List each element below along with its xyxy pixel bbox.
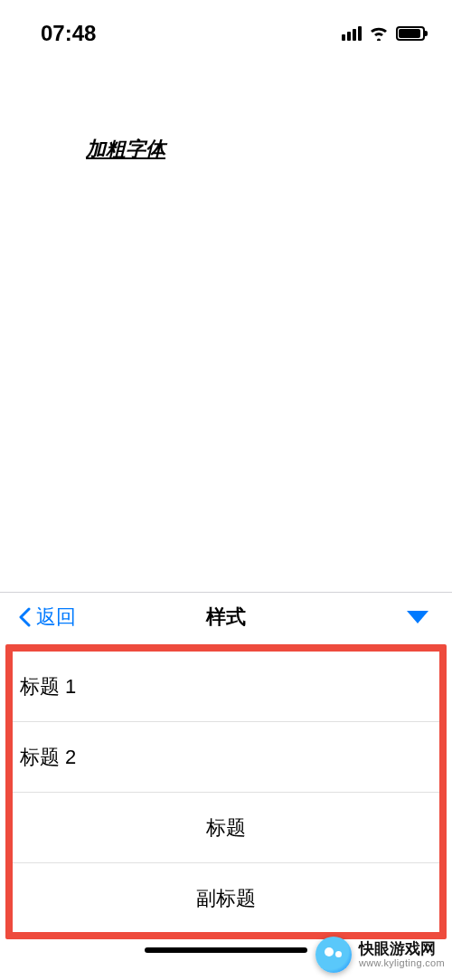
watermark-url: www.kyligting.com [359,957,445,968]
battery-icon [396,26,425,41]
panel-title: 样式 [206,604,246,631]
watermark-text: 快眼游戏网 www.kyligting.com [359,941,445,969]
back-label: 返回 [36,604,76,631]
status-icons [342,26,425,41]
status-time: 07:48 [41,21,96,46]
style-label: 标题 [206,814,246,842]
style-item-subtitle[interactable]: 副标题 [13,863,439,932]
style-label: 副标题 [196,885,256,912]
chevron-left-icon [18,607,31,627]
wifi-icon [369,26,389,41]
style-panel-header: 返回 样式 [0,592,452,641]
style-label: 标题 1 [20,673,76,700]
watermark-title: 快眼游戏网 [359,941,445,958]
signal-icon [342,26,362,41]
style-item-heading1[interactable]: 标题 1 [13,652,439,722]
style-item-heading2[interactable]: 标题 2 [13,722,439,793]
home-indicator[interactable] [145,947,307,953]
formatted-text[interactable]: 加粗字体 [86,138,165,160]
style-label: 标题 2 [20,744,76,771]
highlight-box: 标题 1 标题 2 标题 副标题 [5,644,447,939]
note-content-area[interactable]: 加粗字体 [0,50,452,163]
watermark: 快眼游戏网 www.kyligting.com [315,937,445,973]
style-item-title[interactable]: 标题 [13,793,439,863]
back-button[interactable]: 返回 [18,604,76,631]
style-list: 标题 1 标题 2 标题 副标题 [13,652,439,932]
watermark-logo-icon [315,937,352,973]
status-bar: 07:48 [0,0,452,50]
collapse-icon[interactable] [407,611,428,623]
